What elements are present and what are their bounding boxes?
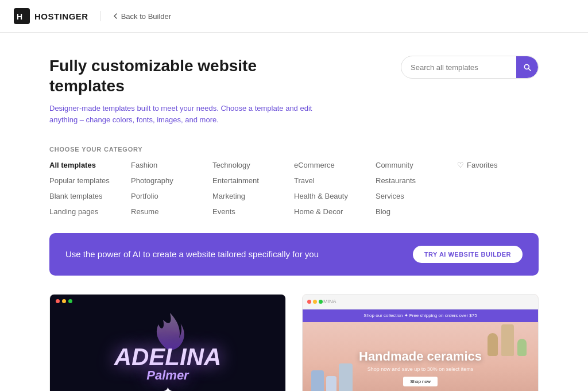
hero-left: Fully customizable website templates Des… <box>49 56 325 125</box>
category-col-1: All templates Popular templates Blank te… <box>49 161 131 217</box>
search-icon <box>523 63 532 72</box>
chevron-left-icon <box>112 13 119 20</box>
mina-thumbnail: MINA Shop our collection ✦ Free shipping… <box>303 295 538 391</box>
star-decoration: ✦ <box>163 384 173 391</box>
favorites-label: Favorites <box>467 161 497 169</box>
cat-marketing[interactable]: Marketing <box>212 192 294 202</box>
adelina-title-text: ADELINA <box>114 345 222 369</box>
minimize-dot-mina <box>313 300 317 304</box>
ceramics-decoration <box>488 324 527 356</box>
template-card-mina[interactable]: MINA Shop our collection ✦ Free shipping… <box>302 294 539 391</box>
cyl-2 <box>326 376 336 391</box>
close-dot-mina <box>307 300 311 304</box>
cat-travel[interactable]: Travel <box>294 176 376 186</box>
page-title: Fully customizable website templates <box>49 56 325 96</box>
mina-address-bar: MINA <box>323 299 336 304</box>
search-wrapper <box>401 56 539 79</box>
category-col-2: Fashion Photography Portfolio Resume <box>131 161 212 217</box>
search-button[interactable] <box>516 56 538 78</box>
logo-area: H HOSTINGER <box>14 8 88 24</box>
search-area <box>401 56 539 79</box>
category-grid: All templates Popular templates Blank te… <box>49 161 539 217</box>
expand-dot-mina <box>319 300 323 304</box>
cylinders-decoration <box>311 363 353 391</box>
templates-grid: ADELINA Palmer ✦ ADELINA ♡ <box>49 294 539 391</box>
hostinger-logo-icon: H <box>14 8 30 24</box>
ai-banner-text: Use the power of AI to create a website … <box>65 249 319 259</box>
svg-text:H: H <box>17 12 22 21</box>
adelina-thumbnail: ADELINA Palmer ✦ <box>50 295 285 391</box>
category-col-6: ♡ Favorites <box>457 161 539 217</box>
category-col-3: Technology Entertainment Marketing Event… <box>212 161 294 217</box>
cat-blank[interactable]: Blank templates <box>49 192 131 202</box>
mina-ceramics-title: Handmade ceramics <box>359 349 482 364</box>
cyl-3 <box>339 363 353 391</box>
cat-favorites[interactable]: ♡ Favorites <box>457 161 539 169</box>
cat-services[interactable]: Services <box>376 192 457 202</box>
mina-shop-button[interactable]: Shop now <box>403 377 438 386</box>
vase-1 <box>488 333 498 356</box>
search-input[interactable] <box>401 58 516 77</box>
header: H HOSTINGER Back to Builder <box>0 0 588 33</box>
logo-text: HOSTINGER <box>34 11 88 21</box>
close-dot <box>56 299 60 303</box>
category-col-5: Community Restaurants Services Blog <box>376 161 457 217</box>
minimize-dot <box>62 299 66 303</box>
cat-ecommerce[interactable]: eCommerce <box>294 161 376 171</box>
ai-builder-button[interactable]: TRY AI WEBSITE BUILDER <box>413 246 523 263</box>
mina-header-text: Shop our collection ✦ Free shipping on o… <box>363 313 477 318</box>
cat-technology[interactable]: Technology <box>212 161 294 171</box>
category-col-4: eCommerce Travel Health & Beauty Home & … <box>294 161 376 217</box>
cat-home-decor[interactable]: Home & Decor <box>294 207 376 217</box>
cat-portfolio[interactable]: Portfolio <box>131 192 212 202</box>
mina-url-bar: MINA <box>303 295 538 309</box>
cat-popular[interactable]: Popular templates <box>49 176 131 186</box>
adelina-subtitle-text: Palmer <box>114 369 222 382</box>
template-card-adelina[interactable]: ADELINA Palmer ✦ ADELINA ♡ <box>49 294 286 391</box>
window-controls <box>56 299 72 303</box>
cat-entertainment[interactable]: Entertainment <box>212 176 294 186</box>
cat-resume[interactable]: Resume <box>131 207 212 217</box>
hero-description: Designer-made templates built to meet yo… <box>49 103 325 125</box>
cat-health-beauty[interactable]: Health & Beauty <box>294 192 376 202</box>
hero-section: Fully customizable website templates Des… <box>49 56 539 125</box>
cat-events[interactable]: Events <box>212 207 294 217</box>
heart-icon: ♡ <box>457 161 464 169</box>
cyl-1 <box>311 370 324 391</box>
adelina-preview: ADELINA Palmer ✦ <box>50 295 285 391</box>
main-content: Fully customizable website templates Des… <box>36 33 552 391</box>
ai-banner: Use the power of AI to create a website … <box>49 233 539 276</box>
vase-3 <box>517 339 527 356</box>
category-label: CHOOSE YOUR CATEGORY <box>49 146 539 153</box>
expand-dot <box>68 299 72 303</box>
cat-photography[interactable]: Photography <box>131 176 212 186</box>
cat-community[interactable]: Community <box>376 161 457 171</box>
cat-landing[interactable]: Landing pages <box>49 207 131 217</box>
back-to-builder-link[interactable]: Back to Builder <box>112 12 171 21</box>
vase-2 <box>501 324 514 356</box>
mina-site-header: Shop our collection ✦ Free shipping on o… <box>303 309 538 322</box>
cat-restaurants[interactable]: Restaurants <box>376 176 457 186</box>
category-section: CHOOSE YOUR CATEGORY All templates Popul… <box>49 146 539 217</box>
cat-all-templates[interactable]: All templates <box>49 161 131 171</box>
mina-ceramics-subtitle: Shop now and save up to 30% on select it… <box>368 366 474 372</box>
header-divider <box>100 11 100 21</box>
cat-blog[interactable]: Blog <box>376 207 457 217</box>
cat-fashion[interactable]: Fashion <box>131 161 212 171</box>
